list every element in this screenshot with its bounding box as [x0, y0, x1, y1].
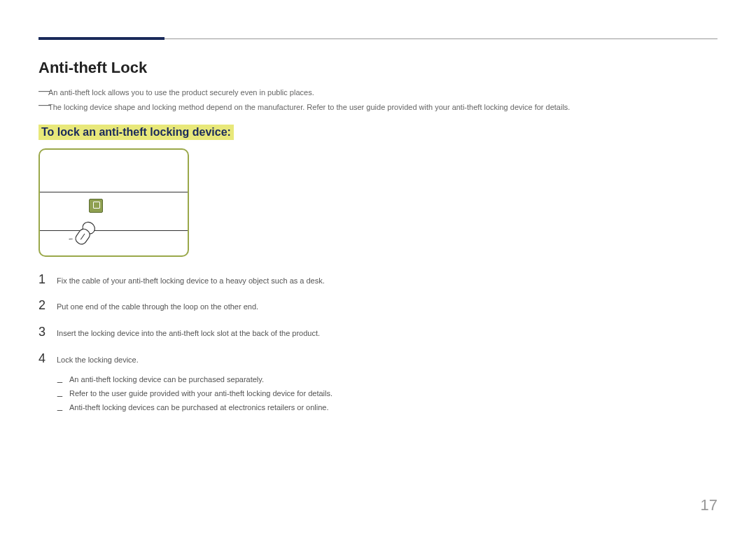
page-number: 17 [701, 496, 718, 514]
lock-slot-icon [89, 199, 103, 213]
step-text: Insert the locking device into the anti-… [57, 328, 320, 340]
step-text: Lock the locking device. [57, 356, 139, 364]
note-dash-icon: ― [38, 99, 48, 111]
diagram-botline [40, 230, 188, 231]
header-accent [38, 37, 164, 40]
step-number: 3 [38, 325, 57, 339]
step-item: 2 Put one end of the cable through the l… [38, 298, 718, 314]
lock-diagram [38, 148, 189, 257]
sub-bullet: Refer to the user guide provided with yo… [57, 387, 332, 401]
step-item: 3 Insert the locking device into the ant… [38, 325, 718, 340]
note-line: ―The locking device shape and locking me… [38, 100, 718, 115]
lock-device-icon [69, 216, 101, 251]
note-line: ―An anti-theft lock allows you to use th… [38, 85, 718, 100]
step-text: Put one end of the cable through the loo… [57, 301, 258, 314]
section-title: Anti-theft Lock [38, 59, 718, 77]
steps-list: 1 Fix the cable of your anti-theft locki… [38, 272, 718, 415]
note-dash-icon: ― [38, 85, 48, 97]
header-rule [38, 38, 718, 39]
step-number: 4 [38, 351, 57, 366]
step-item: 4 Lock the locking device. An anti-theft… [38, 351, 718, 415]
note-text: The locking device shape and locking met… [48, 103, 570, 111]
step-item: 1 Fix the cable of your anti-theft locki… [38, 272, 718, 288]
sub-bullet: Anti-theft locking devices can be purcha… [57, 401, 332, 415]
step-number: 2 [38, 298, 57, 313]
note-text: An anti-theft lock allows you to use the… [48, 88, 314, 97]
sub-heading: To lock an anti-theft locking device: [38, 125, 234, 140]
notes-block: ―An anti-theft lock allows you to use th… [38, 85, 718, 115]
sub-bullet: An anti-theft locking device can be purc… [57, 373, 332, 387]
sub-bullets-list: An anti-theft locking device can be purc… [57, 373, 332, 414]
step-text: Fix the cable of your anti-theft locking… [57, 275, 325, 288]
diagram-midline [40, 192, 188, 192]
step-number: 1 [38, 272, 57, 287]
